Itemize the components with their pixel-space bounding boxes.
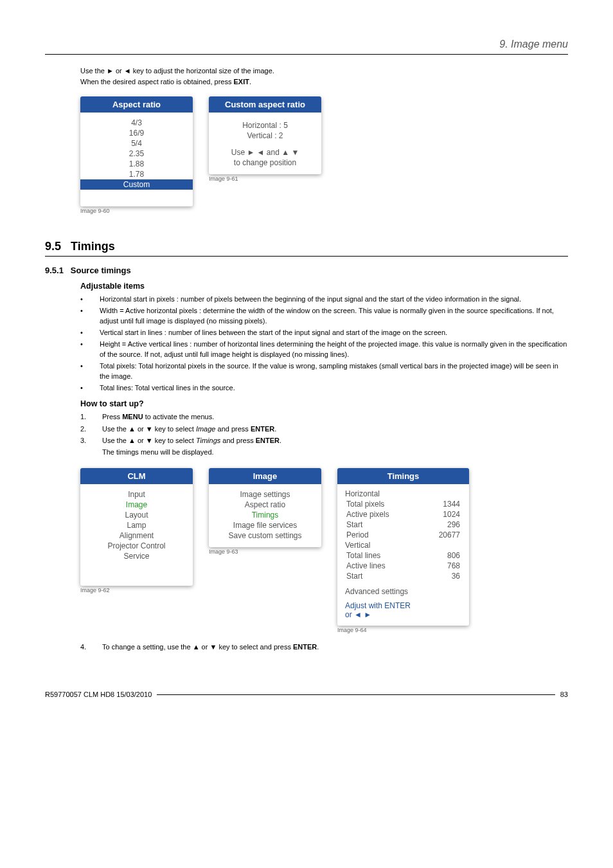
aspect-item[interactable]: 16/9: [87, 128, 186, 138]
image-item[interactable]: Image file services: [215, 520, 315, 530]
section-title: Timings: [71, 240, 115, 253]
custom-hint2: to change position: [215, 158, 315, 168]
aspect-item-selected[interactable]: Custom: [80, 179, 193, 190]
list-item: •Height = Active vertical lines : number…: [80, 339, 568, 359]
aspect-ratio-menu: Aspect ratio 4/3 16/9 5/4 2.35 1.88 1.78…: [80, 96, 193, 206]
caption-9-62: Image 9-62: [80, 587, 193, 593]
timings-title: Timings: [337, 468, 469, 484]
clm-item[interactable]: Layout: [87, 510, 186, 520]
table-row[interactable]: Total pixels1344: [346, 500, 460, 509]
caption-9-63: Image 9-63: [209, 548, 321, 555]
intro-line2-bold: EXIT: [233, 78, 249, 86]
footer-left: R59770057 CLM HD8 15/03/2010: [45, 691, 152, 698]
aspect-item[interactable]: 1.88: [87, 159, 186, 169]
table-row[interactable]: Start36: [346, 572, 460, 581]
clm-menu: CLM Input Image Layout Lamp Alignment Pr…: [80, 468, 193, 586]
caption-9-64: Image 9-64: [337, 627, 469, 633]
clm-item[interactable]: Service: [87, 551, 186, 561]
advanced-settings[interactable]: Advanced settings: [345, 587, 461, 596]
aspect-item[interactable]: 5/4: [87, 138, 186, 149]
step-3: 3. Use the ▲ or ▼ key to select Timings …: [80, 436, 568, 446]
page-footer: R59770057 CLM HD8 15/03/2010 83: [45, 691, 568, 698]
section-heading: 9.5 Timings: [45, 240, 568, 253]
intro-line2-pre: When the desired aspect ratio is obtaine…: [80, 78, 233, 86]
table-row[interactable]: Active pixels1024: [346, 510, 460, 519]
clm-item[interactable]: Projector Control: [87, 541, 186, 551]
caption-9-61: Image 9-61: [209, 176, 321, 182]
step-3-note: The timings menu will be displayed.: [80, 448, 568, 457]
list-item: •Total pixels: Total horizontal pixels i…: [80, 361, 568, 381]
section-rule: [45, 256, 568, 257]
table-row[interactable]: Active lines768: [346, 561, 460, 570]
timings-menu: Timings Horizontal Total pixels1344 Acti…: [337, 468, 469, 626]
step-4: 4. To change a setting, use the ▲ or ▼ k…: [80, 642, 568, 652]
custom-v: Vertical : 2: [215, 131, 315, 141]
section-num: 9.5: [45, 240, 61, 253]
image-menu: Image Image settings Aspect ratio Timing…: [209, 468, 321, 547]
list-item: •Total lines: Total vertical lines in th…: [80, 383, 568, 393]
table-row[interactable]: Period20677: [346, 530, 460, 539]
clm-title: CLM: [80, 468, 193, 484]
custom-aspect-menu: Custom aspect ratio Horizontal : 5 Verti…: [209, 96, 321, 174]
aspect-title: Aspect ratio: [80, 96, 193, 113]
clm-item[interactable]: Alignment: [87, 530, 186, 541]
list-item: •Horizontal start in pixels : number of …: [80, 294, 568, 304]
aspect-item[interactable]: 4/3: [87, 118, 186, 128]
custom-h: Horizontal : 5: [215, 120, 315, 131]
custom-hint1: Use ► ◄ and ▲ ▼: [215, 147, 315, 158]
footer-page-number: 83: [560, 691, 568, 698]
subsection-num: 9.5.1: [45, 266, 64, 275]
header-rule: [45, 54, 568, 55]
list-item: •Vertical start in lines : number of lin…: [80, 328, 568, 338]
clm-item[interactable]: Lamp: [87, 520, 186, 530]
list-item: •Width = Active horizontal pixels : dete…: [80, 306, 568, 326]
custom-title: Custom aspect ratio: [209, 96, 321, 113]
intro-line2: When the desired aspect ratio is obtaine…: [80, 77, 568, 87]
intro-line2-post: .: [249, 78, 251, 86]
adjust-hint1: Adjust with ENTER: [345, 601, 461, 610]
intro-line1: Use the ► or ◄ key to adjust the horizon…: [80, 66, 568, 76]
aspect-item[interactable]: 1.78: [87, 169, 186, 179]
subsection-heading: 9.5.1 Source timings: [45, 266, 568, 275]
adjustable-heading: Adjustable items: [80, 282, 568, 291]
image-item[interactable]: Save custom settings: [215, 530, 315, 541]
image-item-highlight[interactable]: Timings: [215, 510, 315, 520]
aspect-item[interactable]: 2.35: [87, 149, 186, 159]
image-item[interactable]: Image settings: [215, 489, 315, 500]
chapter-header: 9. Image menu: [45, 39, 568, 50]
howto-heading: How to start up?: [80, 399, 568, 408]
image-item[interactable]: Aspect ratio: [215, 500, 315, 510]
timings-h-label: Horizontal: [345, 489, 461, 498]
timings-v-label: Vertical: [345, 541, 461, 550]
clm-item[interactable]: Input: [87, 489, 186, 500]
table-row[interactable]: Total lines806: [346, 551, 460, 560]
image-title: Image: [209, 468, 321, 484]
clm-item-highlight[interactable]: Image: [87, 500, 186, 510]
step-1: 1. Press MENU to activate the menus.: [80, 412, 568, 422]
step-2: 2. Use the ▲ or ▼ key to select Image an…: [80, 424, 568, 434]
adjust-hint2: or ◄ ►: [345, 610, 461, 619]
caption-9-60: Image 9-60: [80, 208, 193, 214]
table-row[interactable]: Start296: [346, 520, 460, 529]
subsection-title: Source timings: [71, 266, 131, 275]
